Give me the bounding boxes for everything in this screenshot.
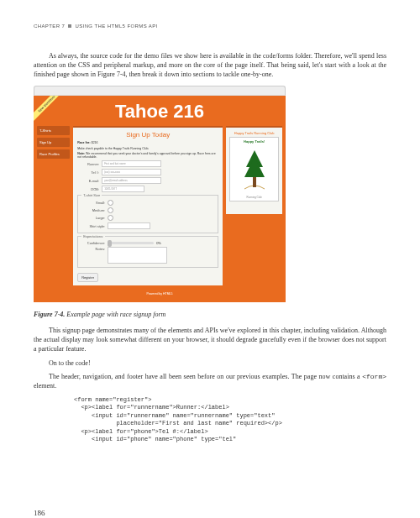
figure-screenshot: New Members! Tahoe 216 T-Shirts Sign Up … <box>34 86 286 302</box>
after-paragraph-3: The header, navigation, and footer have … <box>34 373 386 391</box>
promo-card-sub: Running Club <box>232 196 276 199</box>
opt-small-label: Small: <box>83 201 105 205</box>
notes-row: Notes: <box>83 247 213 264</box>
browser-chrome <box>34 86 286 96</box>
expectations-fieldset: Expectations: Confidence: 0% Notes: <box>77 236 218 268</box>
notes-textarea[interactable] <box>108 247 167 264</box>
form-element-code: <form> <box>362 373 386 380</box>
tel-input[interactable]: (xxx) xxx-xxxx <box>102 169 161 175</box>
chapter-title: USING THE HTML5 FORMS API <box>75 24 157 29</box>
figure-number: Figure 7-4. <box>34 311 65 318</box>
tel-label: Tel #: <box>77 170 99 175</box>
tshirt-legend: T-shirt Size <box>81 193 102 197</box>
promo-card: Happy Trails! Running Club <box>229 137 279 201</box>
after3-part-a: The header, navigation, and footer have … <box>49 373 362 380</box>
opt-small-row: Small: <box>83 200 213 206</box>
tshirt-fieldset: T-shirt Size Small: Medium: Large: <box>77 195 218 233</box>
book-page: CHAPTER 7 USING THE HTML5 FORMS API As a… <box>0 0 420 518</box>
promo-card-title: Happy Trails! <box>232 139 276 144</box>
opt-medium-row: Medium: <box>83 207 213 213</box>
confidence-readout: 0% <box>156 241 161 245</box>
race-fee-value: $216 <box>92 141 98 144</box>
note-text: We recommend that you seek your doctor's… <box>77 152 216 159</box>
race-fee-line: Race fee: $216 <box>77 141 218 144</box>
figure-caption-text: Example page with race signup form <box>65 311 165 318</box>
email-field-row: E-mail: your@email.address <box>77 177 218 184</box>
confidence-row: Confidence: 0% <box>83 241 213 245</box>
dob-input[interactable]: 10/01/1977 <box>102 186 144 192</box>
runner-label: Runner: <box>77 162 99 166</box>
note-line: Note: We recommend that you seek your do… <box>77 152 218 159</box>
nav-item-profiles[interactable]: Race Profiles <box>37 149 70 159</box>
radio-medium[interactable] <box>108 207 113 213</box>
dob-field-row: DOB: 10/01/1977 <box>77 186 218 192</box>
after-paragraph-1: This signup page demonstrates many of th… <box>34 327 386 353</box>
tree-icon <box>238 145 271 192</box>
svg-rect-1 <box>253 177 256 187</box>
runner-field-row: Runner: First and last name <box>77 160 218 167</box>
confidence-slider[interactable] <box>108 242 154 244</box>
register-button[interactable]: Register <box>77 273 98 282</box>
running-header: CHAPTER 7 USING THE HTML5 FORMS API <box>34 24 386 29</box>
app-footer: Powered by HTML5 <box>34 285 286 297</box>
opt-medium-label: Medium: <box>83 208 105 212</box>
code-listing: <form name="register"> <p><label for="ru… <box>74 396 386 444</box>
slider-thumb-icon[interactable] <box>108 240 112 247</box>
chapter-label: CHAPTER 7 <box>34 24 65 29</box>
race-fee-label: Race fee: <box>77 141 91 144</box>
signup-form-panel: Sign Up Today Race fee: $216 Make check … <box>73 126 223 285</box>
after-paragraph-2: On to the code! <box>34 359 386 369</box>
app-title: Tahoe 216 <box>34 96 286 126</box>
opt-large-row: Large: <box>83 215 213 221</box>
radio-small[interactable] <box>108 200 113 206</box>
intro-paragraph: As always, the source code for the demo … <box>34 52 386 79</box>
sidebar-nav: T-Shirts Sign Up Race Profiles <box>37 126 70 285</box>
promo-heading: Happy Trails Running Club <box>229 131 279 135</box>
tel-field-row: Tel #: (xxx) xxx-xxxx <box>77 169 218 175</box>
after3-part-b: element. <box>34 382 56 390</box>
payable-line: Make check payable to the Happy Trails R… <box>77 147 218 150</box>
shirt-style-input[interactable] <box>108 222 150 229</box>
email-input[interactable]: your@email.address <box>102 177 161 184</box>
app-frame: New Members! Tahoe 216 T-Shirts Sign Up … <box>34 96 286 302</box>
opt-large-label: Large: <box>83 216 105 220</box>
confidence-label: Confidence: <box>83 241 105 245</box>
nav-item-signup[interactable]: Sign Up <box>37 138 70 147</box>
nav-item-tshirts[interactable]: T-Shirts <box>37 126 70 135</box>
notes-label: Notes: <box>83 247 105 251</box>
email-label: E-mail: <box>77 179 99 183</box>
expectations-legend: Expectations: <box>81 234 105 238</box>
page-number: 186 <box>34 509 45 517</box>
figure-caption: Figure 7-4. Example page with race signu… <box>34 311 386 318</box>
radio-large[interactable] <box>108 215 113 221</box>
header-separator-icon <box>68 24 71 28</box>
promo-panel: Happy Trails Running Club Happy Trails! … <box>226 126 282 214</box>
form-heading: Sign Up Today <box>77 131 218 139</box>
shirt-style-row: Shirt style: <box>83 222 213 229</box>
dob-label: DOB: <box>77 187 99 191</box>
runner-input[interactable]: First and last name <box>102 160 161 167</box>
shirt-style-label: Shirt style: <box>83 224 105 228</box>
